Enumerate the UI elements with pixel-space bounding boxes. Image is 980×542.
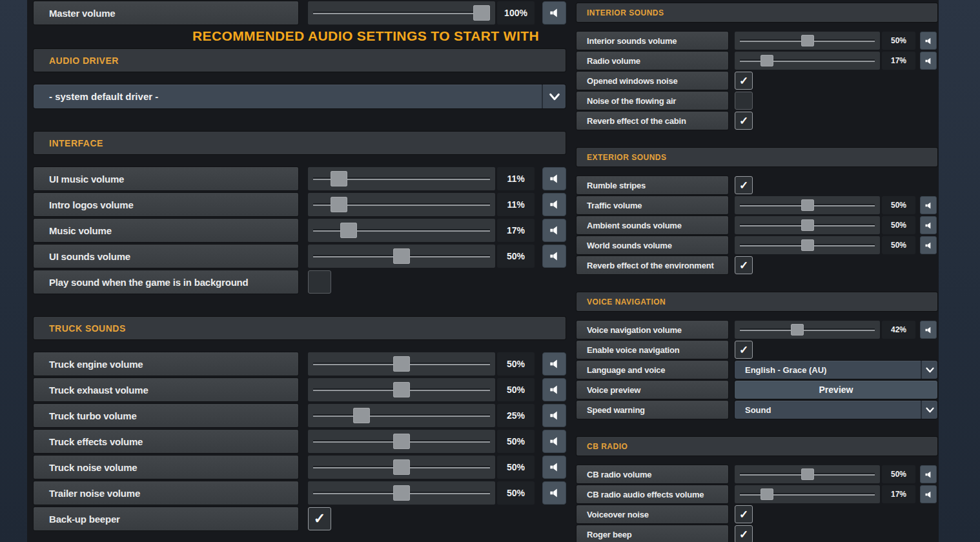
slider-handle[interactable] <box>340 223 357 238</box>
volume-slider[interactable] <box>308 481 495 505</box>
slider-handle[interactable] <box>331 171 347 186</box>
slider-handle[interactable] <box>393 382 410 397</box>
mute-toggle-button[interactable] <box>920 321 937 339</box>
mute-toggle-button[interactable] <box>920 216 937 234</box>
section-header: EXTERIOR SOUNDS <box>577 148 937 166</box>
dropdown[interactable]: - system default driver - <box>34 85 566 108</box>
section-header: INTERFACE <box>34 132 566 154</box>
slider-handle[interactable] <box>393 459 410 475</box>
mute-toggle-button[interactable] <box>542 167 566 190</box>
right-column: INTERIOR SOUNDS Interior sounds volume 5… <box>577 3 937 542</box>
mute-toggle-button[interactable] <box>920 32 937 50</box>
checkbox[interactable]: ✓ <box>735 176 753 194</box>
dropdown[interactable]: English - Grace (AU) <box>735 361 937 379</box>
volume-slider[interactable] <box>308 167 495 190</box>
volume-slider[interactable] <box>735 196 880 214</box>
checkbox[interactable] <box>735 92 753 110</box>
section-header: INTERIOR SOUNDS <box>577 3 937 22</box>
section-title: EXTERIOR SOUNDS <box>587 153 667 162</box>
checkmark-icon: ✓ <box>739 115 748 126</box>
checkbox[interactable] <box>308 270 331 294</box>
volume-slider[interactable] <box>308 219 495 242</box>
mute-toggle-button[interactable] <box>542 430 566 453</box>
dropdown-chevron-box[interactable] <box>542 85 566 108</box>
row-truck-engine-volume: Truck engine volume 50% <box>34 352 566 376</box>
checkbox[interactable]: ✓ <box>735 341 753 359</box>
volume-slider[interactable] <box>735 216 880 234</box>
volume-value: 100% <box>497 1 535 25</box>
mute-toggle-button[interactable] <box>542 245 566 268</box>
checkbox[interactable]: ✓ <box>735 525 753 542</box>
setting-label-text: UI sounds volume <box>49 251 130 262</box>
slider-handle[interactable] <box>393 434 410 449</box>
volume-slider[interactable] <box>308 404 495 427</box>
volume-slider[interactable] <box>308 352 495 376</box>
slider-handle[interactable] <box>801 468 814 480</box>
dropdown-chevron-box[interactable] <box>921 401 937 419</box>
volume-slider[interactable] <box>735 485 880 503</box>
row-opened-windows-noise: Opened windows noise ✓ <box>577 72 937 90</box>
slider-handle[interactable] <box>393 356 410 372</box>
mute-toggle-button[interactable] <box>920 196 937 214</box>
mute-toggle-button[interactable] <box>542 456 566 479</box>
setting-label-text: UI music volume <box>49 174 124 185</box>
volume-slider[interactable] <box>308 193 495 216</box>
mute-toggle-button[interactable] <box>920 485 937 503</box>
mute-toggle-button[interactable] <box>542 378 566 401</box>
mute-toggle-button[interactable] <box>542 219 566 242</box>
mute-toggle-button[interactable] <box>542 481 566 505</box>
section-title: TRUCK SOUNDS <box>49 323 126 334</box>
checkbox[interactable]: ✓ <box>735 256 753 274</box>
slider-handle[interactable] <box>761 488 773 500</box>
volume-slider[interactable] <box>308 456 495 479</box>
volume-slider[interactable] <box>308 378 495 401</box>
slider-handle[interactable] <box>801 35 814 46</box>
mute-toggle-button[interactable] <box>542 352 566 376</box>
setting-label: Truck turbo volume <box>34 404 298 427</box>
setting-label-text: Music volume <box>49 225 112 236</box>
setting-label-text: Radio volume <box>587 56 640 66</box>
mute-toggle-button[interactable] <box>920 236 937 254</box>
volume-slider[interactable] <box>735 52 880 70</box>
slider-handle[interactable] <box>331 197 347 212</box>
mute-toggle-button[interactable] <box>542 193 566 216</box>
checkmark-icon: ✓ <box>739 345 748 356</box>
row-voice-navigation-volume: Voice navigation volume 42% <box>577 321 937 339</box>
volume-slider[interactable] <box>308 1 495 25</box>
slider-handle[interactable] <box>801 219 814 231</box>
volume-slider[interactable] <box>735 236 880 254</box>
volume-value: 50% <box>882 236 915 254</box>
mute-toggle-button[interactable] <box>920 465 937 483</box>
volume-slider[interactable] <box>308 430 495 453</box>
slider-handle[interactable] <box>473 5 490 21</box>
setting-label-text: Interior sounds volume <box>587 36 677 46</box>
checkbox[interactable]: ✓ <box>735 505 753 523</box>
volume-slider[interactable] <box>735 321 880 339</box>
dropdown-chevron-box[interactable] <box>921 361 937 379</box>
checkbox[interactable]: ✓ <box>735 72 753 90</box>
checkbox[interactable]: ✓ <box>735 112 753 130</box>
section-title: AUDIO DRIVER <box>49 55 119 66</box>
preview-button[interactable]: Preview <box>735 381 937 399</box>
row-roger-beep: Roger beep ✓ <box>577 525 937 542</box>
speaker-icon <box>924 201 934 210</box>
section-title: INTERIOR SOUNDS <box>587 8 664 17</box>
setting-label: Play sound when the game is in backgroun… <box>34 270 298 294</box>
checkbox[interactable]: ✓ <box>308 507 331 530</box>
volume-slider[interactable] <box>735 32 880 50</box>
dropdown[interactable]: Sound <box>735 401 937 419</box>
setting-label-text: Voice navigation volume <box>587 325 682 335</box>
volume-slider[interactable] <box>735 465 880 483</box>
mute-toggle-button[interactable] <box>542 404 566 427</box>
volume-slider[interactable] <box>308 245 495 268</box>
slider-handle[interactable] <box>801 199 814 211</box>
section-header: CB RADIO <box>577 437 937 456</box>
slider-handle[interactable] <box>393 485 410 501</box>
slider-handle[interactable] <box>791 324 804 336</box>
slider-handle[interactable] <box>761 55 773 66</box>
slider-handle[interactable] <box>801 239 814 251</box>
mute-toggle-button[interactable] <box>920 52 937 70</box>
slider-handle[interactable] <box>353 408 370 423</box>
mute-toggle-button[interactable] <box>542 1 566 25</box>
slider-handle[interactable] <box>393 248 410 264</box>
